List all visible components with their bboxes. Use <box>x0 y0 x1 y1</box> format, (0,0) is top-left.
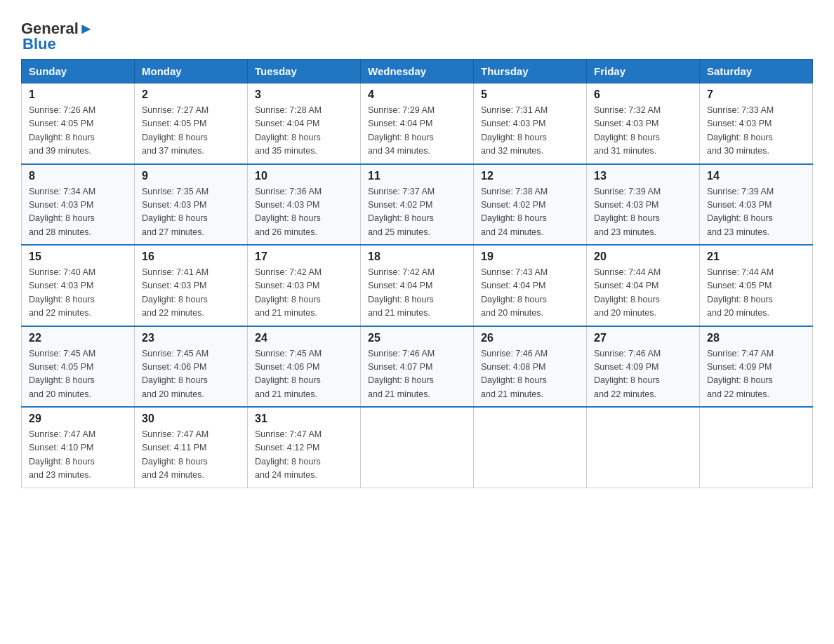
day-number: 23 <box>142 332 240 344</box>
table-row: 11Sunrise: 7:37 AMSunset: 4:02 PMDayligh… <box>361 164 474 246</box>
day-number: 14 <box>707 170 805 182</box>
col-thursday: Thursday <box>474 60 587 83</box>
day-info: Sunrise: 7:42 AMSunset: 4:03 PMDaylight:… <box>255 266 353 321</box>
day-number: 7 <box>707 88 805 101</box>
calendar-week-row: 1Sunrise: 7:26 AMSunset: 4:05 PMDaylight… <box>22 83 813 164</box>
table-row: 14Sunrise: 7:39 AMSunset: 4:03 PMDayligh… <box>700 164 813 246</box>
day-number: 9 <box>142 170 240 182</box>
day-info: Sunrise: 7:39 AMSunset: 4:03 PMDaylight:… <box>707 185 805 240</box>
day-info: Sunrise: 7:41 AMSunset: 4:03 PMDaylight:… <box>142 266 240 321</box>
table-row: 22Sunrise: 7:45 AMSunset: 4:05 PMDayligh… <box>22 326 135 408</box>
day-number: 27 <box>594 332 692 344</box>
day-number: 6 <box>594 88 692 101</box>
calendar-week-row: 15Sunrise: 7:40 AMSunset: 4:03 PMDayligh… <box>22 245 813 326</box>
day-number: 30 <box>142 412 240 425</box>
day-info: Sunrise: 7:35 AMSunset: 4:03 PMDaylight:… <box>142 185 240 240</box>
table-row: 23Sunrise: 7:45 AMSunset: 4:06 PMDayligh… <box>135 326 248 408</box>
table-row: 10Sunrise: 7:36 AMSunset: 4:03 PMDayligh… <box>248 164 361 246</box>
col-wednesday: Wednesday <box>361 60 474 83</box>
table-row: 19Sunrise: 7:43 AMSunset: 4:04 PMDayligh… <box>474 245 587 326</box>
table-row: 6Sunrise: 7:32 AMSunset: 4:03 PMDaylight… <box>587 83 700 164</box>
day-number: 19 <box>481 250 579 263</box>
logo[interactable]: General► Blue <box>21 21 94 52</box>
calendar-week-row: 22Sunrise: 7:45 AMSunset: 4:05 PMDayligh… <box>22 326 813 408</box>
day-number: 1 <box>29 88 127 101</box>
day-info: Sunrise: 7:31 AMSunset: 4:03 PMDaylight:… <box>481 104 579 159</box>
table-row: 2Sunrise: 7:27 AMSunset: 4:05 PMDaylight… <box>135 83 248 164</box>
col-monday: Monday <box>135 60 248 83</box>
day-info: Sunrise: 7:36 AMSunset: 4:03 PMDaylight:… <box>255 185 353 240</box>
table-row: 15Sunrise: 7:40 AMSunset: 4:03 PMDayligh… <box>22 245 135 326</box>
day-info: Sunrise: 7:33 AMSunset: 4:03 PMDaylight:… <box>707 104 805 159</box>
table-row: 18Sunrise: 7:42 AMSunset: 4:04 PMDayligh… <box>361 245 474 326</box>
day-info: Sunrise: 7:27 AMSunset: 4:05 PMDaylight:… <box>142 104 240 159</box>
table-row: 24Sunrise: 7:45 AMSunset: 4:06 PMDayligh… <box>248 326 361 408</box>
table-row: 26Sunrise: 7:46 AMSunset: 4:08 PMDayligh… <box>474 326 587 408</box>
day-info: Sunrise: 7:38 AMSunset: 4:02 PMDaylight:… <box>481 185 579 240</box>
day-number: 25 <box>368 332 466 344</box>
day-number: 16 <box>142 250 240 263</box>
day-number: 11 <box>368 170 466 182</box>
day-number: 10 <box>255 170 353 182</box>
day-number: 13 <box>594 170 692 182</box>
day-number: 8 <box>29 170 127 182</box>
day-number: 12 <box>481 170 579 182</box>
table-row: 5Sunrise: 7:31 AMSunset: 4:03 PMDaylight… <box>474 83 587 164</box>
day-number: 3 <box>255 88 353 101</box>
table-row: 9Sunrise: 7:35 AMSunset: 4:03 PMDaylight… <box>135 164 248 246</box>
calendar-week-row: 29Sunrise: 7:47 AMSunset: 4:10 PMDayligh… <box>22 407 813 488</box>
col-tuesday: Tuesday <box>248 60 361 83</box>
day-info: Sunrise: 7:28 AMSunset: 4:04 PMDaylight:… <box>255 104 353 159</box>
day-info: Sunrise: 7:34 AMSunset: 4:03 PMDaylight:… <box>29 185 127 240</box>
calendar-header-row: Sunday Monday Tuesday Wednesday Thursday… <box>22 60 813 83</box>
day-number: 15 <box>29 250 127 263</box>
day-info: Sunrise: 7:45 AMSunset: 4:06 PMDaylight:… <box>255 347 353 402</box>
day-info: Sunrise: 7:46 AMSunset: 4:08 PMDaylight:… <box>481 347 579 402</box>
day-number: 28 <box>707 332 805 344</box>
day-number: 4 <box>368 88 466 101</box>
day-number: 31 <box>255 412 353 425</box>
day-info: Sunrise: 7:46 AMSunset: 4:09 PMDaylight:… <box>594 347 692 402</box>
day-number: 2 <box>142 88 240 101</box>
table-row: 17Sunrise: 7:42 AMSunset: 4:03 PMDayligh… <box>248 245 361 326</box>
table-row: 3Sunrise: 7:28 AMSunset: 4:04 PMDaylight… <box>248 83 361 164</box>
table-row: 31Sunrise: 7:47 AMSunset: 4:12 PMDayligh… <box>248 407 361 488</box>
day-info: Sunrise: 7:43 AMSunset: 4:04 PMDaylight:… <box>481 266 579 321</box>
table-row: 8Sunrise: 7:34 AMSunset: 4:03 PMDaylight… <box>22 164 135 246</box>
day-number: 18 <box>368 250 466 263</box>
day-info: Sunrise: 7:44 AMSunset: 4:05 PMDaylight:… <box>707 266 805 321</box>
day-info: Sunrise: 7:42 AMSunset: 4:04 PMDaylight:… <box>368 266 466 321</box>
day-number: 20 <box>594 250 692 263</box>
logo-blue: ► <box>79 20 94 37</box>
day-info: Sunrise: 7:46 AMSunset: 4:07 PMDaylight:… <box>368 347 466 402</box>
day-info: Sunrise: 7:45 AMSunset: 4:05 PMDaylight:… <box>29 347 127 402</box>
day-info: Sunrise: 7:32 AMSunset: 4:03 PMDaylight:… <box>594 104 692 159</box>
day-info: Sunrise: 7:47 AMSunset: 4:10 PMDaylight:… <box>29 428 127 483</box>
table-row: 21Sunrise: 7:44 AMSunset: 4:05 PMDayligh… <box>700 245 813 326</box>
day-number: 21 <box>707 250 805 263</box>
col-saturday: Saturday <box>700 60 813 83</box>
day-number: 5 <box>481 88 579 101</box>
calendar-week-row: 8Sunrise: 7:34 AMSunset: 4:03 PMDaylight… <box>22 164 813 246</box>
table-row <box>474 407 587 488</box>
table-row: 27Sunrise: 7:46 AMSunset: 4:09 PMDayligh… <box>587 326 700 408</box>
table-row <box>587 407 700 488</box>
table-row: 25Sunrise: 7:46 AMSunset: 4:07 PMDayligh… <box>361 326 474 408</box>
table-row: 12Sunrise: 7:38 AMSunset: 4:02 PMDayligh… <box>474 164 587 246</box>
table-row: 13Sunrise: 7:39 AMSunset: 4:03 PMDayligh… <box>587 164 700 246</box>
day-number: 29 <box>29 412 127 425</box>
calendar-table: Sunday Monday Tuesday Wednesday Thursday… <box>21 59 813 488</box>
day-info: Sunrise: 7:26 AMSunset: 4:05 PMDaylight:… <box>29 104 127 159</box>
day-info: Sunrise: 7:47 AMSunset: 4:09 PMDaylight:… <box>707 347 805 402</box>
day-info: Sunrise: 7:40 AMSunset: 4:03 PMDaylight:… <box>29 266 127 321</box>
day-info: Sunrise: 7:47 AMSunset: 4:12 PMDaylight:… <box>255 428 353 483</box>
logo-blue-text: Blue <box>22 35 56 53</box>
day-info: Sunrise: 7:29 AMSunset: 4:04 PMDaylight:… <box>368 104 466 159</box>
col-friday: Friday <box>587 60 700 83</box>
table-row <box>700 407 813 488</box>
day-info: Sunrise: 7:45 AMSunset: 4:06 PMDaylight:… <box>142 347 240 402</box>
day-number: 17 <box>255 250 353 263</box>
table-row: 29Sunrise: 7:47 AMSunset: 4:10 PMDayligh… <box>22 407 135 488</box>
day-info: Sunrise: 7:37 AMSunset: 4:02 PMDaylight:… <box>368 185 466 240</box>
table-row: 1Sunrise: 7:26 AMSunset: 4:05 PMDaylight… <box>22 83 135 164</box>
